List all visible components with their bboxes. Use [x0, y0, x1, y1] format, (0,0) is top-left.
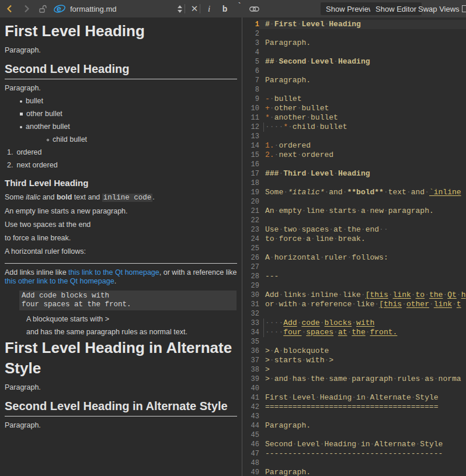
editor-line[interactable]: 152.·next·ordered [243, 150, 466, 160]
editor-line[interactable]: 19Some·*italic*·and·**bold**·text·and·`i… [243, 188, 466, 197]
line-content[interactable]: --------------------------------------- [259, 449, 466, 459]
preview-link[interactable]: this other link to the Qt homepage [5, 277, 114, 285]
line-number[interactable]: 41 [243, 393, 259, 402]
line-number[interactable]: 25 [243, 244, 259, 253]
line-content[interactable]: Second·Level·Heading·in·Alternate·Style [259, 440, 466, 449]
editor-line[interactable]: 46Second·Level·Heading·in·Alternate·Styl… [243, 440, 466, 449]
line-content[interactable] [259, 85, 466, 94]
line-content[interactable]: >·and·has·the·same·paragraph·rules·as·no… [259, 374, 466, 384]
line-number[interactable]: 24 [243, 235, 259, 244]
editor-line[interactable]: 37>·starts·with·> [243, 356, 466, 365]
line-content[interactable]: ====================================== [259, 402, 466, 412]
line-content[interactable]: ····*·child·bullet [259, 123, 466, 132]
editor-line[interactable]: 42====================================== [243, 402, 466, 412]
line-number[interactable]: 8 [243, 85, 259, 94]
line-number[interactable]: 44 [243, 421, 259, 430]
line-content[interactable]: ····Add·code·blocks·with [259, 318, 466, 328]
line-number[interactable]: 32 [243, 309, 259, 318]
open-document-name[interactable]: formatting.md [70, 0, 116, 18]
editor-line[interactable]: 26A·horizontal·ruler·follows: [243, 253, 466, 262]
line-content[interactable]: --- [259, 272, 466, 281]
editor-line[interactable]: 32 [243, 309, 466, 318]
line-number[interactable]: 40 [243, 384, 259, 393]
line-number[interactable]: 29 [243, 281, 259, 290]
line-content[interactable] [259, 459, 466, 468]
line-number[interactable]: 36 [243, 346, 259, 356]
line-number[interactable]: 43 [243, 412, 259, 421]
line-content[interactable]: *·another·bullet [259, 113, 466, 123]
editor-line[interactable]: 4 [243, 48, 466, 57]
line-content[interactable] [259, 29, 466, 38]
editor-line[interactable]: 41First·Level·Heading·in·Alternate·Style [243, 393, 466, 402]
line-number[interactable]: 33 [243, 318, 259, 328]
line-content[interactable]: > [259, 365, 466, 374]
bold-button[interactable]: b [219, 0, 231, 18]
line-number[interactable]: 9 [243, 94, 259, 104]
line-number[interactable]: 17 [243, 169, 259, 178]
line-content[interactable]: #·First·Level·Heading [259, 20, 466, 29]
editor-line[interactable]: 25 [243, 244, 466, 253]
editor-line[interactable]: 27 [243, 262, 466, 272]
line-number[interactable]: 39 [243, 374, 259, 384]
editor-line[interactable]: 48 [243, 459, 466, 468]
line-number[interactable]: 30 [243, 290, 259, 300]
show-editor-button[interactable]: Show Editor [370, 2, 422, 15]
editor-line[interactable]: 2 [243, 29, 466, 38]
line-number[interactable]: 19 [243, 188, 259, 197]
line-content[interactable]: to·force·a·line·break. [259, 235, 466, 244]
line-content[interactable]: +·other·bullet [259, 104, 466, 113]
editor-line[interactable]: 24to·force·a·line·break. [243, 235, 466, 244]
line-number[interactable]: 1 [243, 20, 259, 29]
forward-button[interactable] [20, 0, 34, 18]
editor-line[interactable]: 141.·ordered [243, 141, 466, 150]
line-content[interactable]: Add·links·inline·like·[this·link·to·the·… [259, 290, 466, 300]
line-content[interactable] [259, 309, 466, 318]
editor-line[interactable]: 28--- [243, 272, 466, 281]
line-number[interactable]: 27 [243, 262, 259, 272]
line-content[interactable]: Paragraph. [259, 421, 466, 430]
editor-line[interactable]: 36>·A·blockquote [243, 346, 466, 356]
editor-line[interactable]: 1#·First·Level·Heading [243, 20, 466, 29]
line-content[interactable] [259, 244, 466, 253]
line-content[interactable] [259, 48, 466, 57]
editor-line[interactable]: 11*·another·bullet [243, 113, 466, 123]
editor-line[interactable]: 30Add·links·inline·like·[this·link·to·th… [243, 290, 466, 300]
editor-line[interactable]: 7Paragraph. [243, 76, 466, 85]
line-content[interactable]: 1.·ordered [259, 141, 466, 150]
editor-line[interactable]: 29 [243, 281, 466, 290]
markdown-source-editor[interactable]: 1#·First·Level·Heading23Paragraph.45##·S… [243, 18, 466, 476]
line-content[interactable] [259, 412, 466, 421]
editor-line[interactable]: 20 [243, 197, 466, 206]
editor-line[interactable]: 10+·other·bullet [243, 104, 466, 113]
line-content[interactable] [259, 281, 466, 290]
line-number[interactable]: 48 [243, 459, 259, 468]
line-number[interactable]: 47 [243, 449, 259, 459]
line-number[interactable]: 12 [243, 123, 259, 132]
editor-line[interactable]: 22 [243, 216, 466, 225]
line-content[interactable] [259, 132, 466, 141]
line-number[interactable]: 22 [243, 216, 259, 225]
line-number[interactable]: 18 [243, 178, 259, 188]
editor-line[interactable]: 13 [243, 132, 466, 141]
line-content[interactable] [259, 337, 466, 346]
editor-line[interactable]: 31or·with·a·reference·like·[this·other·l… [243, 300, 466, 309]
line-content[interactable]: Paragraph. [259, 38, 466, 48]
line-content[interactable] [259, 160, 466, 169]
line-content[interactable]: ····four·spaces·at·the·front. [259, 328, 466, 337]
line-content[interactable]: Use·two·spaces·at·the·end·· [259, 225, 466, 235]
editor-line[interactable]: 16 [243, 160, 466, 169]
close-document-button[interactable]: ✕ [188, 0, 201, 18]
inline-code-button[interactable]: ` [234, 0, 245, 18]
line-number[interactable]: 15 [243, 150, 259, 160]
editor-line[interactable]: 45 [243, 430, 466, 440]
editor-line[interactable]: 23Use·two·spaces·at·the·end·· [243, 225, 466, 235]
line-number[interactable]: 11 [243, 113, 259, 123]
line-number[interactable]: 34 [243, 328, 259, 337]
line-number[interactable]: 28 [243, 272, 259, 281]
line-number[interactable]: 35 [243, 337, 259, 346]
line-content[interactable]: An·empty·line·starts·a·new·paragraph. [259, 206, 466, 216]
line-content[interactable]: ###·Third·Level·Heading [259, 169, 466, 178]
italic-button[interactable]: i [203, 0, 215, 18]
back-button[interactable] [2, 0, 16, 18]
line-number[interactable]: 16 [243, 160, 259, 169]
